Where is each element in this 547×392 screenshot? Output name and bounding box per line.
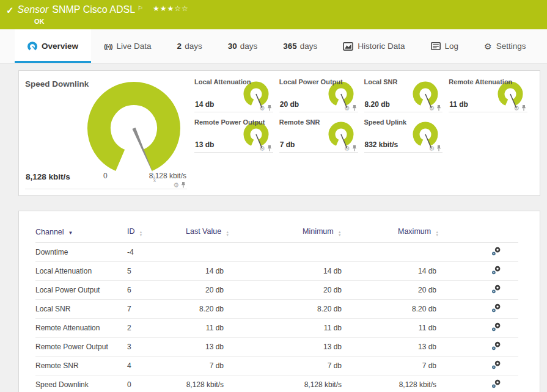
gauge-title: Remote Attenuation [449,77,527,85]
channel-minimum: 13 db [303,338,398,357]
channel-maximum: 8.20 db [398,300,483,319]
status-ok-check-icon: ✓ [6,5,14,16]
tab-label: days [240,42,258,51]
channel-settings-icon[interactable] [491,379,501,388]
channel-actions-cell [483,357,518,376]
channel-id: 6 [127,281,186,300]
gauge-tile-local-power-output: Local Power Output20 db⚙ [279,77,358,112]
channel-maximum: 8,128 kbit/s [398,376,483,392]
channel-maximum: 13 db [398,338,483,357]
channel-actions-cell [483,319,518,338]
gauges-panel: Speed Downlink x 0 8,128 kbit/s 8,128 kb… [18,70,540,196]
gauge-icon [28,42,37,51]
column-label: ID [127,227,135,236]
channel-minimum: 11 db [303,319,398,338]
column-label: Maximum [398,227,431,236]
channel-settings-icon[interactable] [491,341,501,350]
channel-settings-icon[interactable] [491,322,501,332]
channel-actions-cell [483,300,518,319]
star-filled-icon[interactable]: ★ [153,4,160,13]
channel-minimum: 14 db [303,262,398,281]
channel-name: Remote Attenuation [35,319,127,338]
channel-row-local-attenuation[interactable]: Local Attenuation514 db14 db14 db [35,262,518,281]
channel-row-remote-power-output[interactable]: Remote Power Output313 db13 db13 db [35,338,518,357]
channel-settings-icon[interactable] [491,360,501,369]
channel-table-panel: Channel▼ID▲▼Last Value▲▼Minimum▲▼Maximum… [18,211,540,392]
tab-label: days [300,42,318,51]
sensor-header: ✓ Sensor SNMP Cisco ADSL ⚐ ★★★☆☆ OK [0,0,547,29]
channel-name: Local Attenuation [35,262,127,281]
main-gauge-tile: Speed Downlink x 0 8,128 kbit/s 8,128 kb… [25,77,187,189]
channel-id: 0 [127,376,186,392]
favorite-rating[interactable]: ★★★☆☆ [153,3,189,14]
column-header-channel[interactable]: Channel▼ [35,223,127,243]
column-header-min[interactable]: Minimum▲▼ [303,223,398,243]
column-header-last[interactable]: Last Value▲▼ [186,223,303,243]
channel-row-local-snr[interactable]: Local SNR78.20 db8.20 db8.20 db [35,300,518,319]
gear-icon[interactable]: ⚙ [173,182,179,188]
tab-bar: Overview((•))Live Data2days30days365days… [0,29,547,64]
channel-settings-icon[interactable] [491,247,501,256]
chart-icon [343,42,353,51]
channel-minimum: 20 db [303,281,398,300]
channel-id: 2 [127,319,186,338]
channel-id: 5 [127,262,186,281]
channel-maximum [398,243,483,262]
channel-row-downtime[interactable]: Downtime-4 [35,243,518,262]
tab-log[interactable]: Log [418,29,472,63]
channel-row-remote-snr[interactable]: Remote SNR47 db7 db7 db [35,357,518,376]
star-empty-icon[interactable]: ☆ [182,4,189,13]
column-label: Channel [35,228,64,236]
tab-overview[interactable]: Overview [15,29,91,63]
column-header-max[interactable]: Maximum▲▼ [398,223,483,243]
main-gauge-value: 8,128 kbit/s [26,172,70,181]
star-filled-icon[interactable]: ★ [167,4,175,13]
gauge-tile-remote-snr: Remote SNR7 db⚙ [279,117,358,153]
gauge-scale-min-label: 0 [103,172,108,180]
tab-live-data[interactable]: ((•))Live Data [91,29,164,63]
channel-settings-icon[interactable] [491,285,501,294]
pin-icon[interactable] [181,181,186,188]
channel-last-value: 8.20 db [186,300,303,319]
gauge-tile-local-snr: Local SNR8.20 db⚙ [364,77,443,112]
column-header-actions [483,223,518,243]
channel-maximum: 20 db [398,281,483,300]
channel-name: Speed Downlink [35,376,127,392]
tab-label: Live Data [117,42,152,51]
channel-name: Downtime [35,243,127,262]
star-filled-icon[interactable]: ★ [160,4,167,13]
channel-id: 3 [127,338,186,357]
channel-last-value: 7 db [186,357,303,376]
channel-last-value: 8,128 kbit/s [186,376,303,392]
gauge-value: 8.20 db [365,100,390,109]
channel-row-remote-attenuation[interactable]: Remote Attenuation211 db11 db11 db [35,319,518,338]
gauge [326,122,356,152]
tab-label: days [185,42,202,51]
channel-maximum: 11 db [398,319,483,338]
channel-maximum: 14 db [398,262,483,281]
tab-settings[interactable]: ⚙Settings [471,29,538,63]
tab-365-days[interactable]: 365days [270,29,330,63]
main-gauge-title: Speed Downlink [25,77,187,89]
channel-row-local-power-output[interactable]: Local Power Output620 db20 db20 db [35,281,518,300]
channel-name: Remote SNR [35,357,127,376]
channel-actions-cell [483,376,518,392]
channel-settings-icon[interactable] [491,303,501,313]
gauge [241,122,271,152]
tab-historic-data[interactable]: Historic Data [330,29,417,63]
channel-row-speed-downlink[interactable]: Speed Downlink08,128 kbit/s8,128 kbit/s8… [35,376,518,392]
priority-flag-icon[interactable]: ⚐ [138,3,143,14]
column-header-id[interactable]: ID▲▼ [127,223,186,243]
gauge-tile-local-attenuation: Local Attenuation14 db⚙ [194,77,273,112]
channel-minimum: 8.20 db [303,300,398,319]
gauge-value: 11 db [449,100,468,109]
gauge [241,81,271,112]
tab-2-days[interactable]: 2days [164,29,215,63]
tile-action-icons: ⚙ [173,181,186,188]
star-empty-icon[interactable]: ☆ [174,4,182,13]
tab-30-days[interactable]: 30days [215,29,271,63]
gauge-title: Speed Uplink [364,117,443,126]
channel-settings-icon[interactable] [491,266,501,275]
gauge [326,81,356,112]
channel-minimum [303,243,398,262]
